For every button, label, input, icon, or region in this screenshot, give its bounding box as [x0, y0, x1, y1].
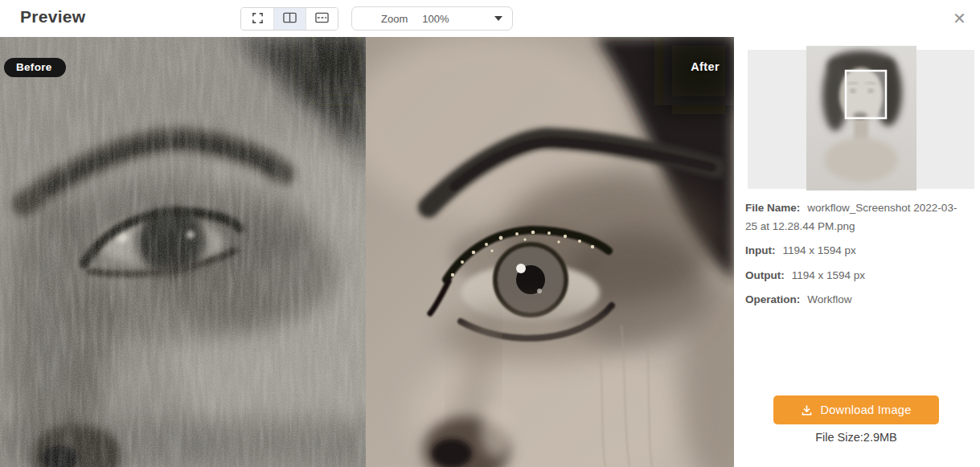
fullscreen-icon — [252, 12, 264, 27]
operation-row: Operation:Workflow — [745, 290, 964, 309]
input-row: Input:1194 x 1594 px — [745, 241, 964, 260]
file-info: File Name:workflow_Screenshot 2022-03-25… — [745, 199, 964, 314]
input-value: 1194 x 1594 px — [782, 244, 855, 256]
download-icon — [801, 404, 813, 416]
thumbnail — [806, 46, 916, 190]
preview-dialog: Preview — [0, 0, 980, 467]
zoom-value: 100% — [422, 13, 449, 25]
view-mode-toggle — [240, 7, 338, 31]
before-image — [0, 37, 366, 467]
comparison-area: Before — [0, 37, 734, 467]
download-button-label: Download Image — [820, 404, 911, 416]
after-image — [366, 37, 734, 467]
zoom-dropdown[interactable]: Zoom 100% — [351, 6, 513, 31]
side-by-side-view-button[interactable] — [273, 8, 305, 30]
output-label: Output: — [745, 269, 785, 281]
output-value: 1194 x 1594 px — [792, 269, 865, 281]
chevron-down-icon — [494, 16, 502, 21]
input-label: Input: — [745, 244, 775, 256]
page-title: Preview — [20, 7, 86, 27]
fullscreen-view-button[interactable] — [241, 8, 273, 30]
slider-compare-icon — [315, 12, 329, 26]
close-button[interactable]: ✕ — [948, 6, 970, 29]
split-view-icon — [283, 12, 297, 26]
before-badge: Before — [4, 58, 66, 77]
file-size-text: File Size:2.9MB — [773, 431, 939, 444]
after-pane: After — [366, 37, 734, 467]
download-image-button[interactable]: Download Image — [773, 395, 939, 424]
before-pane: Before — [0, 37, 366, 467]
crop-region-box[interactable] — [846, 71, 886, 118]
file-name-row: File Name:workflow_Screenshot 2022-03-25… — [745, 199, 964, 236]
details-sidebar: File Name:workflow_Screenshot 2022-03-25… — [734, 37, 980, 467]
file-name-label: File Name: — [745, 202, 800, 214]
output-row: Output:1194 x 1594 px — [745, 266, 964, 285]
operation-label: Operation: — [745, 293, 800, 305]
preview-header: Preview — [0, 0, 980, 37]
after-badge: After — [691, 60, 720, 73]
operation-value: Workflow — [807, 293, 851, 305]
slider-compare-view-button[interactable] — [305, 8, 338, 30]
zoom-label: Zoom — [381, 13, 408, 25]
